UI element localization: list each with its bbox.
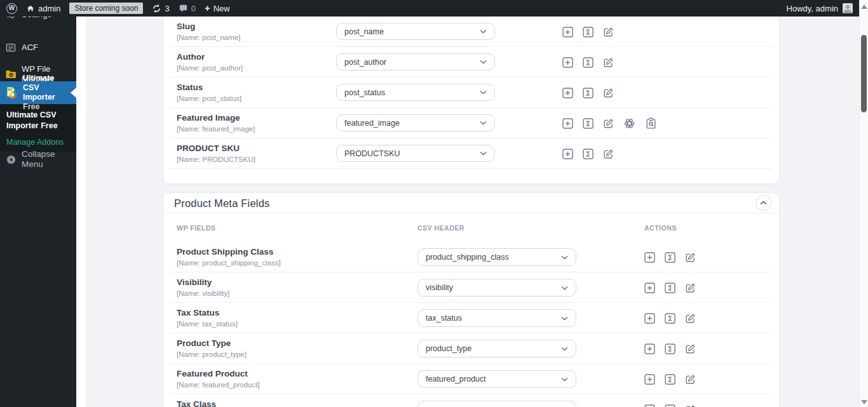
sidebar-item-csv-importer[interactable]: CSV Ultimate CSV Importer Free (0, 81, 76, 104)
formula-icon[interactable] (665, 374, 675, 385)
row-actions (562, 17, 614, 47)
csv-header-select[interactable]: featured_image (336, 114, 495, 131)
wp-field: Visibility [Name: visibility] (177, 277, 229, 297)
edit-icon[interactable] (685, 344, 696, 354)
collapse-section-button[interactable] (756, 195, 771, 211)
scroll-up-arrow[interactable] (861, 4, 867, 9)
formula-icon[interactable] (665, 252, 675, 263)
csv-header-value: post_author (344, 58, 386, 67)
formula-icon[interactable] (583, 118, 593, 129)
add-icon[interactable] (644, 252, 655, 263)
field-mapping-row: Author [Name: post_author] post_author (163, 47, 779, 77)
edit-icon[interactable] (685, 283, 696, 293)
csv-importer-icon: CSV (5, 86, 18, 99)
field-mapping-row: Visibility [Name: visibility] visibility (163, 272, 779, 303)
admin-content: Slug [Name: post_name] post_name Author … (76, 17, 859, 407)
add-icon[interactable] (562, 57, 573, 68)
wp-field-label: Slug (177, 22, 240, 31)
coming-soon-badge[interactable]: Store coming soon (69, 3, 143, 14)
add-icon[interactable] (562, 149, 573, 159)
site-name-label: admin (38, 4, 60, 13)
edit-icon[interactable] (685, 374, 696, 385)
scrollbar-thumb[interactable] (861, 35, 867, 112)
edit-icon[interactable] (603, 88, 614, 98)
wp-field: Featured Image [Name: featured_image] (177, 113, 255, 133)
add-icon[interactable] (644, 344, 655, 354)
new-content-link[interactable]: + New (205, 4, 230, 13)
site-name-link[interactable]: admin (26, 4, 60, 13)
formula-icon[interactable] (583, 88, 593, 98)
avatar[interactable] (843, 3, 853, 13)
updates-link[interactable]: 3 (152, 4, 169, 13)
wp-field: Status [Name: post_status] (177, 83, 241, 102)
csv-header-value: featured_image (344, 119, 400, 128)
my-account-link[interactable]: Howdy, admin (787, 4, 838, 13)
collapse-menu-button[interactable]: Collapse Menu (0, 146, 76, 173)
csv-header-select[interactable]: product_shipping_class (417, 248, 576, 266)
chevron-down-icon (480, 29, 487, 34)
edit-icon[interactable] (685, 313, 696, 324)
row-actions (562, 138, 614, 169)
wp-field: Tax Status [Name: tax_status] (177, 308, 238, 328)
add-icon[interactable] (644, 283, 655, 293)
csv-header-select[interactable]: PRODUCTSKU (336, 145, 495, 162)
openai-icon[interactable] (623, 117, 635, 130)
formula-icon[interactable] (665, 344, 675, 354)
row-actions (562, 77, 614, 108)
csv-header-select[interactable]: tax_status (417, 309, 576, 327)
csv-header-select[interactable]: post_name (336, 23, 495, 40)
wordpress-logo-menu[interactable]: W (6, 3, 17, 14)
add-icon[interactable] (644, 313, 655, 324)
wp-field-label: Author (177, 52, 243, 62)
csv-header-select[interactable] (417, 401, 576, 407)
add-icon[interactable] (644, 374, 655, 385)
csv-header-select[interactable]: post_status (336, 84, 495, 101)
scroll-down-arrow[interactable] (861, 400, 867, 404)
formula-icon[interactable] (665, 283, 675, 293)
csv-header-select[interactable]: featured_product (417, 370, 576, 388)
formula-icon[interactable] (665, 313, 675, 324)
formula-icon[interactable] (665, 404, 675, 407)
csv-header-select[interactable]: visibility (417, 279, 576, 297)
wp-field-label: Featured Image (177, 113, 255, 123)
formula-icon[interactable] (583, 27, 593, 37)
submenu-item-importer[interactable]: Ultimate CSV Importer Free (6, 110, 70, 131)
add-icon[interactable] (562, 88, 573, 98)
add-icon[interactable] (562, 118, 573, 129)
sidebar-item-acf[interactable]: ACF (0, 39, 76, 56)
wp-field-label: Tax Class (177, 399, 216, 407)
csv-header-select[interactable]: post_author (336, 53, 495, 70)
wp-field-label: Featured Product (177, 369, 259, 378)
wp-field-label: Product Type (177, 338, 247, 348)
wp-field-name: [Name: post_author] (177, 64, 243, 72)
row-actions (644, 394, 696, 407)
formula-icon[interactable] (583, 57, 593, 68)
add-icon[interactable] (562, 27, 573, 37)
field-mapping-row: Slug [Name: post_name] post_name (163, 17, 779, 47)
new-label: New (214, 4, 230, 13)
clipboard-search-icon[interactable] (645, 117, 657, 130)
edit-icon[interactable] (603, 57, 614, 68)
submenu-item-manage-addons[interactable]: Manage Addons (6, 138, 70, 147)
row-actions (562, 108, 657, 138)
wp-field: Tax Class (177, 399, 216, 407)
chevron-down-icon (561, 347, 568, 351)
wp-field-name: [Name: product_shipping_class] (177, 259, 281, 267)
edit-icon[interactable] (603, 149, 614, 159)
column-wp-fields: WP FIELDS (177, 224, 215, 232)
chevron-up-icon (760, 201, 767, 205)
row-actions (644, 364, 696, 394)
edit-icon[interactable] (603, 118, 614, 129)
add-icon[interactable] (644, 404, 655, 407)
edit-icon[interactable] (685, 404, 696, 407)
formula-icon[interactable] (583, 149, 593, 159)
edit-icon[interactable] (603, 27, 614, 37)
edit-icon[interactable] (685, 252, 696, 263)
svg-text:CSV: CSV (8, 88, 12, 91)
csv-header-select[interactable]: product_type (417, 340, 576, 357)
wp-field-name: [Name: featured_product] (177, 381, 259, 389)
column-headers: WP FIELDS CSV HEADER ACTIONS (163, 213, 779, 242)
csv-header-value: product_type (426, 344, 471, 353)
comments-link[interactable]: 0 (179, 4, 196, 13)
card-title: Product Meta Fields (174, 197, 270, 210)
